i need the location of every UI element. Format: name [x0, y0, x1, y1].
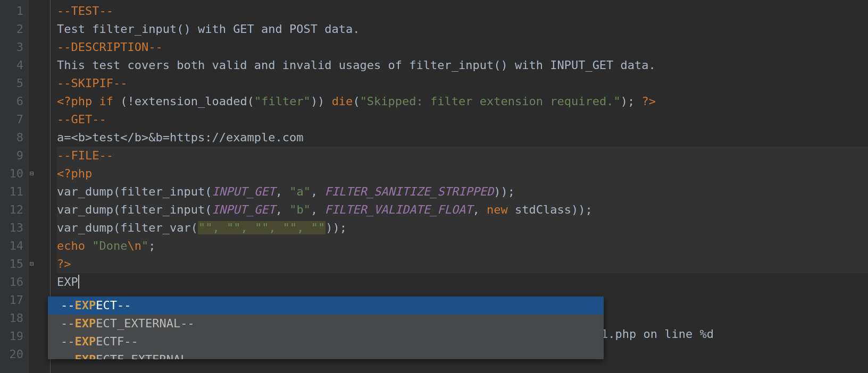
line-number: 6 — [0, 92, 29, 111]
code-line: Test filter_input() with GET and POST da… — [57, 20, 868, 38]
obscured-line-tail: 1.php on line %d — [601, 327, 714, 341]
code-editor[interactable]: 1 2 3 4 5 6 7 8 9 10 11 12 13 14 15 16 1… — [0, 0, 868, 373]
line-number: 1 — [0, 2, 29, 20]
line-number: 7 — [0, 111, 29, 129]
autocomplete-item[interactable]: --EXPECTF-- — [48, 333, 604, 351]
line-number: 15 — [0, 255, 29, 273]
code-line: --FILE-- — [57, 147, 868, 165]
line-number: 11 — [0, 183, 29, 201]
line-number: 10 — [0, 165, 29, 183]
line-number: 16 — [0, 273, 29, 291]
code-line: var_dump(filter_input(INPUT_GET, "a", FI… — [57, 183, 868, 201]
code-line: <?php if (!extension_loaded("filter")) d… — [57, 92, 868, 111]
section-file: --FILE-- — [57, 149, 113, 162]
code-line-current: EXP — [57, 273, 868, 291]
line-number: 8 — [0, 129, 29, 147]
line-number: 14 — [0, 237, 29, 255]
line-number: 20 — [0, 345, 29, 363]
line-number: 13 — [0, 219, 29, 237]
autocomplete-popup[interactable]: --EXPECT-- --EXPECT_EXTERNAL-- --EXPECTF… — [48, 296, 604, 359]
autocomplete-item[interactable]: --EXPECT_EXTERNAL-- — [48, 315, 604, 333]
code-line: echo "Done\n"; — [57, 237, 868, 255]
highlighted-arguments: "", "", "", "", "" — [198, 221, 326, 234]
line-number: 2 — [0, 20, 29, 38]
code-line: var_dump(filter_var("", "", "", "", ""))… — [57, 219, 868, 237]
autocomplete-item[interactable]: --EXPECTF_EXTERNAL-- — [48, 351, 604, 359]
fold-start-icon[interactable]: ⊟ — [30, 170, 37, 177]
line-number: 4 — [0, 56, 29, 74]
line-number: 17 — [0, 291, 29, 309]
section-test: --TEST-- — [57, 4, 113, 18]
fold-end-icon[interactable]: ⊟ — [30, 260, 37, 268]
autocomplete-item[interactable]: --EXPECT-- — [48, 296, 604, 315]
line-number-gutter: 1 2 3 4 5 6 7 8 9 10 11 12 13 14 15 16 1… — [0, 0, 29, 373]
text-caret — [78, 275, 79, 289]
fold-gutter: ⊟ ⊟ — [29, 0, 51, 373]
code-line: --GET-- — [57, 111, 868, 129]
line-number: 9 — [0, 147, 29, 165]
code-line: --TEST-- — [57, 2, 868, 20]
section-skipif: --SKIPIF-- — [57, 77, 127, 90]
line-number: 18 — [0, 309, 29, 327]
code-line: --DESCRIPTION-- — [57, 38, 868, 56]
code-line: var_dump(filter_input(INPUT_GET, "b", FI… — [57, 201, 868, 219]
line-number: 5 — [0, 74, 29, 92]
typed-text: EXP — [57, 275, 78, 289]
section-description: --DESCRIPTION-- — [57, 40, 163, 54]
code-line: --SKIPIF-- — [57, 74, 868, 92]
line-number: 3 — [0, 38, 29, 56]
line-number: 19 — [0, 327, 29, 345]
code-line: <?php — [57, 165, 868, 183]
section-get: --GET-- — [57, 113, 106, 126]
code-line: a=<b>test</b>&b=https://example.com — [57, 129, 868, 147]
code-line: ?> — [57, 255, 868, 273]
code-line: This test covers both valid and invalid … — [57, 56, 868, 74]
line-number: 12 — [0, 201, 29, 219]
